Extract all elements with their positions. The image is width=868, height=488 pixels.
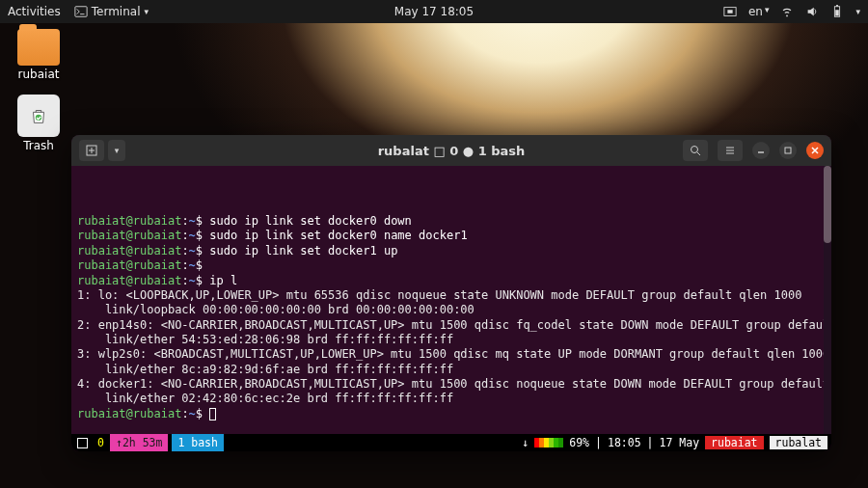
status-sep: | [595, 436, 602, 449]
battery-icon[interactable] [830, 5, 844, 18]
status-sep: | [647, 436, 654, 449]
close-button[interactable] [806, 142, 824, 159]
terminal-line: 1: lo: <LOOPBACK,UP,LOWER_UP> mtu 65536 … [77, 288, 826, 303]
chevron-down-icon: ▾ [765, 5, 770, 18]
scrollbar-thumb[interactable] [824, 166, 831, 243]
chevron-down-icon: ▾ [144, 7, 149, 16]
svg-rect-9 [785, 148, 791, 153]
battery-bar-icon [534, 438, 563, 447]
status-session: 1 bash [172, 434, 224, 451]
input-language[interactable]: en ▾ [748, 5, 770, 18]
status-host: rubalat [770, 436, 827, 449]
chevron-down-icon: ▾ [115, 146, 120, 155]
terminal-line: 2: enp14s0: <NO-CARRIER,BROADCAST,MULTIC… [77, 318, 826, 333]
status-date: 17 May [660, 436, 700, 449]
terminal-output[interactable]: rubaiat@rubaiat:~$ sudo ip link set dock… [71, 166, 831, 434]
terminal-line: rubaiat@rubaiat:~$ sudo ip link set dock… [77, 229, 826, 243]
status-time: 18:05 [608, 436, 641, 449]
activities-button[interactable]: Activities [8, 5, 61, 18]
svg-rect-4 [836, 10, 840, 15]
terminal-line: rubaiat@rubaiat:~$ [77, 407, 826, 421]
status-arrow: ↓ [522, 436, 529, 449]
network-icon[interactable] [780, 5, 794, 18]
clock[interactable]: May 17 18:05 [394, 5, 474, 18]
desktop-trash[interactable]: Trash [17, 95, 60, 152]
terminal-line: link/ether 54:53:ed:28:06:98 brd ff:ff:f… [77, 333, 826, 347]
svg-rect-0 [75, 7, 87, 17]
tmux-statusbar: 0 ↑ 2h 53m 1 bash ↓ 69% | 18:05 | 17 May… [71, 434, 831, 451]
minimize-button[interactable] [752, 142, 770, 159]
terminal-line: 4: docker1: <NO-CARRIER,BROADCAST,MULTIC… [77, 377, 826, 392]
terminal-line: rubaiat@rubaiat:~$ [77, 258, 826, 273]
app-menu-label: Terminal [92, 5, 141, 18]
app-menu[interactable]: Terminal ▾ [74, 5, 149, 18]
terminal-line: link/ether 8c:a9:82:9d:6f:ae brd ff:ff:f… [77, 363, 826, 377]
desktop-folder-rubaiat[interactable]: rubaiat [17, 29, 60, 81]
folder-label: rubaiat [18, 68, 60, 81]
svg-point-8 [692, 147, 698, 153]
new-tab-button[interactable] [79, 140, 104, 161]
hamburger-menu-button[interactable] [718, 140, 743, 161]
terminal-line: rubaiat@rubaiat:~$ sudo ip link set dock… [77, 244, 826, 258]
svg-rect-2 [727, 10, 732, 14]
tab-menu-button[interactable]: ▾ [108, 140, 125, 161]
status-window-index: 0 [92, 434, 110, 451]
status-battery-pct: 69% [569, 436, 589, 449]
status-user: rubaiat [705, 436, 763, 449]
terminal-icon [74, 5, 88, 18]
chevron-down-icon[interactable]: ▾ [855, 7, 860, 16]
terminal-line: link/ether 02:42:80:6c:ec:2e brd ff:ff:f… [77, 392, 826, 406]
status-uptime: ↑ 2h 53m [110, 434, 168, 451]
terminal-line: rubaiat@rubaiat:~$ sudo ip link set dock… [77, 214, 826, 229]
terminal-line: link/loopback 00:00:00:00:00:00 brd 00:0… [77, 303, 826, 317]
terminal-window: ▾ rubalat □ 0 ● 1 bash rubaiat@ru [71, 135, 831, 451]
folder-icon [17, 29, 60, 66]
terminal-line: rubaiat@rubaiat:~$ ip l [77, 274, 826, 288]
maximize-button[interactable] [779, 142, 797, 159]
scrollbar-track[interactable] [824, 166, 831, 434]
screenshot-icon[interactable] [723, 5, 737, 18]
terminal-titlebar[interactable]: ▾ rubalat □ 0 ● 1 bash [71, 135, 831, 166]
volume-icon[interactable] [805, 5, 819, 18]
status-sync-icon [77, 438, 88, 448]
terminal-line: 3: wlp2s0: <BROADCAST,MULTICAST,UP,LOWER… [77, 347, 826, 362]
desktop-icons: rubaiat Trash [17, 29, 60, 166]
search-button[interactable] [683, 140, 708, 161]
trash-icon [17, 95, 60, 137]
svg-rect-5 [837, 5, 839, 7]
gnome-topbar: Activities Terminal ▾ May 17 18:05 en ▾ … [0, 0, 868, 23]
window-title: rubalat □ 0 ● 1 bash [378, 144, 526, 158]
trash-label: Trash [23, 139, 54, 152]
